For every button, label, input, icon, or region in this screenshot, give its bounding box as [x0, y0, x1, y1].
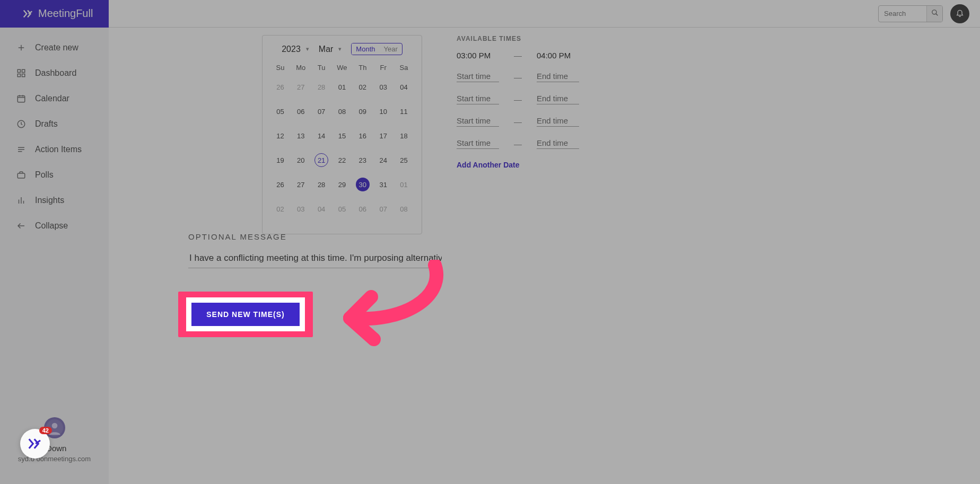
- calendar-day[interactable]: 31: [373, 172, 393, 197]
- calendar-day[interactable]: 25: [393, 148, 414, 172]
- month-selector[interactable]: Mar ▾: [319, 45, 342, 54]
- calendar-day[interactable]: 19: [270, 148, 291, 172]
- search-button[interactable]: [926, 5, 942, 22]
- main: 2023 ▾ Mar ▾ Month Year SuMoTuWeThFrSa 2…: [109, 28, 980, 484]
- calendar-day[interactable]: 08: [393, 197, 414, 221]
- calendar-icon: [16, 93, 27, 104]
- calendar-day[interactable]: 11: [393, 99, 414, 124]
- calendar-day[interactable]: 01: [332, 75, 353, 99]
- calendar-day[interactable]: 20: [291, 148, 311, 172]
- calendar-day[interactable]: 03: [291, 197, 311, 221]
- floating-app-badge[interactable]: 42: [20, 429, 50, 459]
- start-time[interactable]: Start time: [457, 94, 499, 104]
- calendar-day[interactable]: 28: [311, 172, 332, 197]
- calendar-day[interactable]: 02: [352, 75, 373, 99]
- calendar-day[interactable]: 08: [332, 99, 353, 124]
- end-time[interactable]: End time: [537, 72, 579, 82]
- start-time[interactable]: Start time: [457, 116, 499, 127]
- search-input[interactable]: [879, 10, 926, 17]
- calendar-day[interactable]: 16: [352, 124, 373, 148]
- calendar-day[interactable]: 03: [373, 75, 393, 99]
- optional-message-label: OPTIONAL MESSAGE: [188, 232, 448, 241]
- calendar-day[interactable]: 04: [393, 75, 414, 99]
- calendar-dow: Tu: [311, 60, 332, 75]
- calendar-day[interactable]: 13: [291, 124, 311, 148]
- sidebar-user: l Down syd.o oonmeetings.com: [0, 417, 109, 463]
- calendar-day[interactable]: 24: [373, 148, 393, 172]
- calendar-day[interactable]: 22: [332, 148, 353, 172]
- calendar-day[interactable]: 06: [291, 99, 311, 124]
- optional-message-input[interactable]: [188, 251, 443, 268]
- svg-point-0: [932, 10, 936, 14]
- calendar-dow: Fr: [373, 60, 393, 75]
- calendar-day[interactable]: 14: [311, 124, 332, 148]
- calendar-day[interactable]: 09: [352, 99, 373, 124]
- time-row: Start time—End time: [457, 138, 626, 149]
- search-icon: [931, 9, 939, 18]
- sidebar-item-drafts[interactable]: Drafts: [0, 111, 109, 137]
- start-time[interactable]: Start time: [457, 138, 499, 149]
- sidebar-item-label: Create new: [35, 43, 78, 52]
- calendar-day[interactable]: 07: [311, 99, 332, 124]
- calendar-day[interactable]: 18: [393, 124, 414, 148]
- calendar-dow: Su: [270, 60, 291, 75]
- brand[interactable]: MeetingFull: [0, 0, 109, 28]
- calendar-day[interactable]: 27: [291, 172, 311, 197]
- calendar-day[interactable]: 17: [373, 124, 393, 148]
- end-time[interactable]: 04:00 PM: [537, 51, 579, 60]
- sidebar-item-create-new[interactable]: Create new: [0, 35, 109, 60]
- sidebar-item-polls[interactable]: Polls: [0, 162, 109, 188]
- available-heading: AVAILABLE TIMES: [457, 35, 626, 42]
- calendar-day[interactable]: 06: [352, 197, 373, 221]
- calendar-day[interactable]: 05: [270, 99, 291, 124]
- available-times: AVAILABLE TIMES 03:00 PM—04:00 PMStart t…: [457, 35, 626, 169]
- bell-icon: [956, 8, 964, 19]
- calendar-day[interactable]: 21: [311, 148, 332, 172]
- svg-line-1: [935, 14, 938, 16]
- end-time[interactable]: End time: [537, 94, 579, 104]
- sidebar-item-insights[interactable]: Insights: [0, 188, 109, 213]
- calendar-day[interactable]: 30: [352, 172, 373, 197]
- send-new-times-button[interactable]: SEND NEW TIME(S): [191, 303, 299, 326]
- svg-rect-7: [22, 74, 25, 77]
- calendar-day[interactable]: 28: [311, 75, 332, 99]
- calendar-day[interactable]: 26: [270, 172, 291, 197]
- end-time[interactable]: End time: [537, 138, 579, 149]
- view-month[interactable]: Month: [352, 43, 379, 55]
- add-another-date[interactable]: Add Another Date: [457, 161, 626, 169]
- sidebar-item-label: Action Items: [35, 145, 82, 154]
- sidebar-item-label: Drafts: [35, 119, 58, 129]
- bars-icon: [16, 195, 27, 206]
- badge-count: 42: [39, 427, 52, 434]
- calendar-day[interactable]: 27: [291, 75, 311, 99]
- calendar-day[interactable]: 15: [332, 124, 353, 148]
- start-time[interactable]: 03:00 PM: [457, 51, 499, 60]
- dash-icon: —: [514, 73, 522, 82]
- calendar-day[interactable]: 10: [373, 99, 393, 124]
- calendar-day[interactable]: 12: [270, 124, 291, 148]
- start-time[interactable]: Start time: [457, 72, 499, 82]
- sidebar-item-calendar[interactable]: Calendar: [0, 86, 109, 111]
- sidebar-item-action-items[interactable]: Action Items: [0, 137, 109, 162]
- svg-rect-4: [18, 69, 20, 72]
- calendar-day[interactable]: 04: [311, 197, 332, 221]
- end-time[interactable]: End time: [537, 116, 579, 127]
- time-row: Start time—End time: [457, 116, 626, 127]
- calendar-day[interactable]: 01: [393, 172, 414, 197]
- brand-name: MeetingFull: [38, 7, 93, 20]
- notifications-button[interactable]: [950, 4, 969, 23]
- calendar-day[interactable]: 29: [332, 172, 353, 197]
- sidebar-item-dashboard[interactable]: Dashboard: [0, 60, 109, 86]
- calendar-day[interactable]: 07: [373, 197, 393, 221]
- calendar-day[interactable]: 02: [270, 197, 291, 221]
- sidebar-item-collapse[interactable]: Collapse: [0, 213, 109, 239]
- sidebar-item-label: Dashboard: [35, 68, 76, 78]
- time-row: Start time—End time: [457, 72, 626, 82]
- year-selector[interactable]: 2023 ▾: [282, 45, 309, 54]
- calendar-day[interactable]: 23: [352, 148, 373, 172]
- view-year[interactable]: Year: [380, 43, 402, 55]
- send-highlight-box: SEND NEW TIME(S): [178, 292, 313, 337]
- calendar-day[interactable]: 26: [270, 75, 291, 99]
- user-email: syd.o oonmeetings.com: [0, 455, 109, 463]
- calendar-day[interactable]: 05: [332, 197, 353, 221]
